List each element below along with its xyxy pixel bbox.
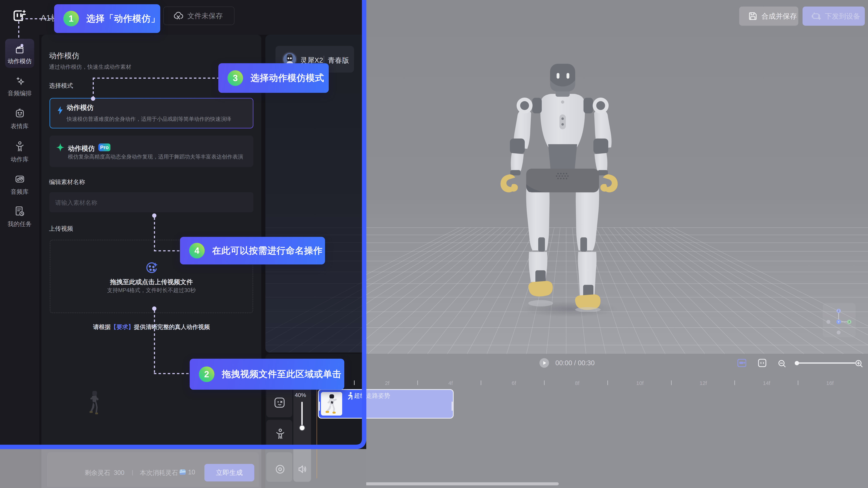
svg-text:X: X (848, 320, 850, 323)
svg-text:Y: Y (838, 320, 839, 324)
svg-text:Z: Z (838, 310, 839, 313)
